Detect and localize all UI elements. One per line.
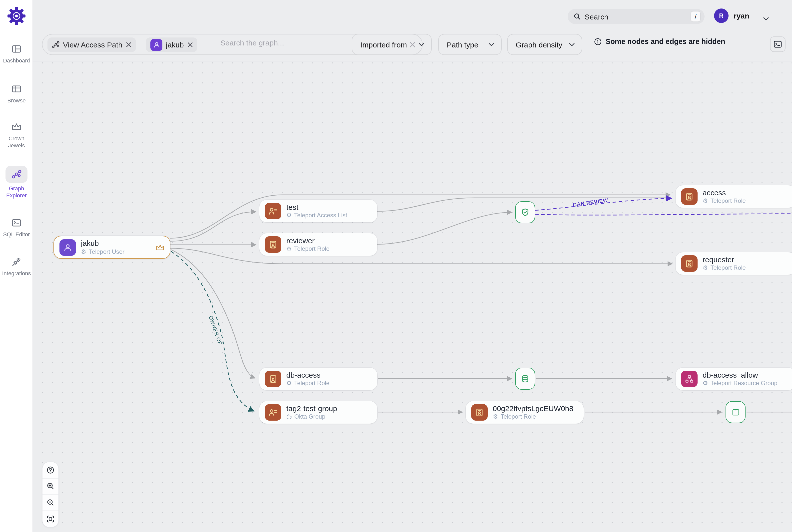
path-type-dropdown[interactable]: Path type (438, 34, 502, 55)
resource-group-icon (681, 370, 698, 387)
filter-chip-jakub[interactable]: jakub (146, 37, 197, 52)
node-title: db-access_allow (702, 371, 777, 379)
graph-node-application-gate[interactable] (725, 401, 746, 423)
node-title: reviewer (286, 236, 329, 245)
teleport-gear-icon: ⚙ (493, 414, 498, 420)
role-id-card-icon (681, 188, 698, 205)
node-subtitle: Teleport Access List (294, 212, 347, 219)
user-name: ryan (734, 12, 749, 20)
node-subtitle: Teleport Role (501, 413, 536, 420)
sidebar-item-browse[interactable]: Browse (0, 83, 33, 104)
app-logo[interactable] (6, 6, 26, 26)
canvas-toolbar (42, 461, 59, 528)
terminal-icon (11, 217, 22, 229)
teleport-gear-icon: ⚙ (286, 380, 292, 386)
node-title: test (286, 203, 347, 211)
sidebar: Dashboard Browse Crown Jewels (0, 0, 33, 532)
browse-icon (11, 83, 22, 95)
zoom-in-icon (46, 482, 55, 490)
zoom-in-button[interactable] (42, 478, 58, 495)
teleport-gear-icon: ⚙ (286, 246, 292, 252)
graph-node-tag2-test-group[interactable]: tag2-test-group Okta Group (259, 401, 377, 424)
graph-node-access[interactable]: access ⚙ Teleport Role (676, 185, 792, 208)
okta-icon (286, 414, 292, 420)
role-id-card-icon (265, 370, 281, 387)
node-title: tag2-test-group (286, 404, 337, 412)
teleport-gear-icon: ⚙ (286, 212, 292, 218)
group-icon (265, 404, 281, 421)
fit-view-button[interactable] (42, 511, 58, 527)
teleport-gear-icon: ⚙ (702, 198, 708, 204)
user-menu-chevron-icon[interactable] (763, 14, 769, 23)
crown-jewel-icon[interactable] (156, 244, 164, 251)
node-title: access (702, 189, 746, 196)
open-query-panel-button[interactable] (770, 36, 786, 52)
node-subtitle: Teleport Role (294, 380, 329, 387)
remove-chip-icon[interactable] (126, 42, 131, 48)
node-title: 00g22ffvpfsLgcEUW0h8 (493, 404, 573, 412)
access-list-icon (265, 203, 281, 219)
node-title: jakub (81, 239, 125, 247)
node-subtitle: Teleport Role (711, 265, 746, 271)
teleport-gear-icon: ⚙ (702, 380, 708, 386)
app-window: CAN REVIEW OWNER OF (0, 0, 792, 532)
sidebar-item-dashboard[interactable]: Dashboard (0, 43, 33, 64)
application-window-icon (731, 408, 740, 416)
graph-density-dropdown[interactable]: Graph density (507, 34, 582, 55)
role-id-card-icon (265, 236, 281, 253)
graph-explorer-icon (11, 168, 22, 180)
user-chip-avatar (150, 39, 163, 51)
info-icon (594, 38, 602, 45)
graph-node-db-access[interactable]: db-access ⚙ Teleport Role (259, 368, 377, 390)
gear-logo-icon (6, 6, 26, 26)
teleport-user-icon (59, 239, 76, 255)
graph-node-test[interactable]: test ⚙ Teleport Access List (259, 200, 377, 222)
help-button[interactable] (42, 462, 58, 478)
teleport-gear-icon: ⚙ (702, 265, 708, 271)
filter-chip-view-access-path[interactable]: View Access Path (48, 37, 136, 52)
graph-node-00g22ffvpfsLgcEUW0h8[interactable]: 00g22ffvpfsLgcEUW0h8 ⚙ Teleport Role (466, 401, 584, 424)
graph-node-database-gate[interactable] (515, 368, 535, 390)
help-icon (46, 466, 55, 474)
role-id-card-icon (471, 404, 488, 421)
remove-chip-icon[interactable] (187, 42, 193, 48)
teleport-gear-icon: ⚙ (81, 249, 87, 255)
search-shortcut-badge: / (691, 11, 701, 22)
graph-node-requester[interactable]: requester ⚙ Teleport Role (676, 252, 792, 275)
zoom-out-button[interactable] (42, 495, 58, 511)
hidden-nodes-notice: Some nodes and edges are hidden (594, 37, 725, 45)
sidebar-item-sql-editor[interactable]: SQL Editor (0, 217, 33, 238)
sidebar-item-crown-jewels[interactable]: Crown Jewels (0, 121, 33, 149)
graph-node-review-gate[interactable] (515, 201, 535, 223)
graph-canvas[interactable] (33, 61, 792, 532)
sidebar-item-graph-explorer[interactable]: Graph Explorer (0, 166, 33, 199)
access-path-icon (52, 41, 59, 49)
graph-node-db-access-allow[interactable]: db-access_allow ⚙ Teleport Resource Grou… (676, 368, 792, 390)
zoom-out-icon (46, 498, 55, 507)
imported-from-dropdown[interactable]: Imported from (352, 34, 432, 55)
node-subtitle: Teleport Role (711, 197, 746, 205)
node-subtitle: Teleport User (89, 248, 125, 255)
crown-icon (11, 121, 22, 133)
node-subtitle: Teleport Resource Group (711, 380, 777, 387)
search-icon (573, 13, 581, 20)
global-search-input[interactable] (585, 12, 691, 21)
node-subtitle: Teleport Role (294, 246, 329, 252)
graph-node-jakub[interactable]: jakub ⚙ Teleport User (54, 236, 170, 259)
chevron-down-icon (489, 43, 494, 46)
fit-view-icon (46, 515, 55, 523)
shield-check-icon (521, 208, 530, 217)
database-icon (521, 374, 530, 383)
global-search[interactable]: / (568, 9, 704, 24)
chevron-down-icon (569, 43, 574, 46)
sidebar-item-integrations[interactable]: Integrations (0, 256, 33, 277)
graph-node-reviewer[interactable]: reviewer ⚙ Teleport Role (259, 233, 377, 256)
node-subtitle: Okta Group (294, 413, 325, 420)
plug-icon (11, 256, 22, 268)
chevron-down-icon (419, 43, 424, 46)
terminal-panel-icon (774, 40, 782, 49)
user-avatar[interactable]: R (714, 8, 729, 23)
node-title: db-access (286, 371, 329, 379)
graph-search-input[interactable] (220, 38, 360, 47)
dashboard-icon (11, 43, 22, 55)
